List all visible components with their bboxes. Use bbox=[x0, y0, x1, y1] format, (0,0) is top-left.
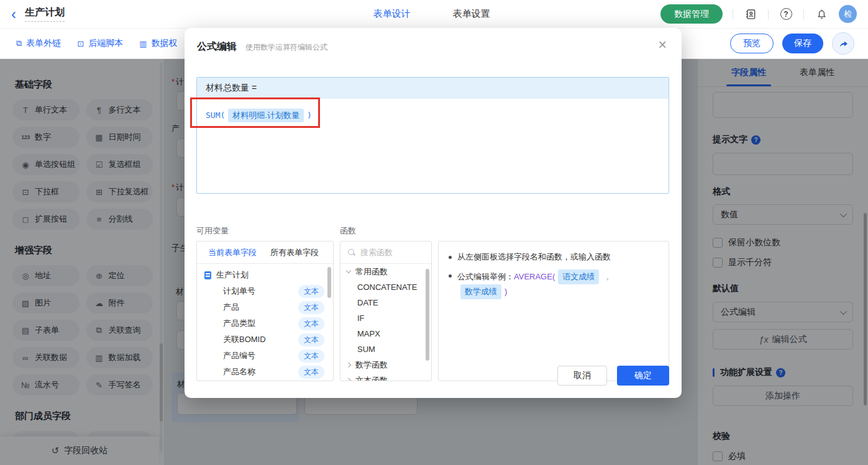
modal-subtitle: 使用数学运算符编辑公式 bbox=[245, 42, 327, 53]
divider bbox=[733, 9, 733, 19]
function-search-input[interactable] bbox=[360, 248, 424, 257]
formula-field-token[interactable]: 材料明细.计划数量 bbox=[228, 109, 304, 122]
toolbar-actions: 预览 保存 bbox=[730, 32, 854, 55]
bullet-icon bbox=[449, 256, 452, 259]
variables-tree: 生产计划 计划单号文本 产品文本 产品类型文本 关联BOMID文本 产品编号文本… bbox=[197, 264, 333, 381]
header-tabs: 表单设计 表单设置 bbox=[373, 8, 490, 20]
preview-button[interactable]: 预览 bbox=[730, 34, 774, 53]
divider bbox=[803, 9, 804, 19]
tree-root-form[interactable]: 生产计划 bbox=[197, 267, 333, 283]
help-line-1: 从左侧面板选择字段名和函数，或输入函数 bbox=[449, 251, 659, 263]
function-item-date[interactable]: DATE bbox=[340, 295, 431, 310]
data-manage-button[interactable]: 数据管理 bbox=[660, 4, 723, 24]
notification-bell-icon[interactable] bbox=[814, 7, 829, 22]
tab-form-design[interactable]: 表单设计 bbox=[373, 8, 411, 20]
variable-row[interactable]: 产品编号文本 bbox=[197, 348, 333, 364]
help-example-comma: ， bbox=[603, 272, 611, 281]
cancel-button[interactable]: 取消 bbox=[557, 366, 607, 386]
tab-all-form-fields[interactable]: 所有表单字段 bbox=[270, 247, 319, 258]
formula-function-close: ) bbox=[307, 111, 312, 120]
help-example-token-1: 语文成绩 bbox=[558, 269, 599, 284]
type-tag: 文本 bbox=[298, 350, 324, 363]
variable-row[interactable]: 产品类型文本 bbox=[197, 315, 333, 332]
chevron-right-icon bbox=[346, 377, 351, 381]
help-icon[interactable]: ? bbox=[779, 7, 793, 22]
type-tag: 文本 bbox=[298, 317, 324, 330]
variables-tabs: 当前表单字段 所有表单字段 bbox=[197, 242, 333, 264]
script-icon: ⊡ bbox=[77, 39, 84, 48]
close-icon[interactable]: × bbox=[659, 38, 667, 52]
chevron-down-icon bbox=[346, 268, 351, 273]
variable-row[interactable]: 文本 bbox=[197, 380, 333, 381]
function-item-if[interactable]: IF bbox=[340, 310, 431, 326]
type-tag: 文本 bbox=[298, 366, 324, 379]
variables-panel: 当前表单字段 所有表单字段 生产计划 计划单号文本 产品文本 产品类型文本 关联… bbox=[196, 241, 334, 381]
variable-row[interactable]: 关联BOMID文本 bbox=[197, 332, 333, 348]
share-button[interactable] bbox=[832, 32, 854, 55]
back-icon[interactable]: ‹ bbox=[11, 7, 16, 22]
formula-target: 材料总数量 = bbox=[197, 78, 669, 99]
formula-function-open: SUM( bbox=[206, 111, 225, 120]
toolbar-link-external[interactable]: ⧉表单外链 bbox=[16, 38, 61, 49]
variable-row[interactable]: 产品名称文本 bbox=[197, 364, 333, 380]
variable-row[interactable]: 产品文本 bbox=[197, 299, 333, 315]
help-line-2: 公式编辑举例：AVERAGE(语文成绩，数学成绩) bbox=[449, 269, 659, 299]
save-button[interactable]: 保存 bbox=[782, 34, 823, 53]
app-root: ‹ 生产计划 表单设计 表单设置 数据管理 ? bbox=[0, 0, 868, 465]
type-tag: 文本 bbox=[298, 333, 324, 346]
link-icon: ⧉ bbox=[16, 38, 22, 48]
form-title[interactable]: 生产计划 bbox=[25, 6, 65, 22]
header-actions: 数据管理 ? 检 bbox=[660, 4, 857, 24]
variables-scrollbar-thumb[interactable] bbox=[327, 267, 331, 298]
modal-title: 公式编辑 bbox=[197, 40, 237, 53]
function-group-math[interactable]: 数学函数 bbox=[340, 357, 431, 372]
functions-panel: 常用函数 CONCATENATE DATE IF MAPX SUM 数学函数 文… bbox=[340, 241, 432, 381]
tab-form-settings[interactable]: 表单设置 bbox=[453, 8, 490, 20]
form-doc-icon bbox=[204, 271, 211, 279]
function-group-common[interactable]: 常用函数 bbox=[340, 264, 431, 279]
contacts-icon[interactable] bbox=[743, 7, 758, 22]
function-item-mapx[interactable]: MAPX bbox=[340, 326, 431, 341]
search-icon bbox=[348, 249, 355, 256]
formula-expression[interactable]: SUM(材料明细.计划数量) bbox=[197, 99, 669, 132]
function-search bbox=[340, 242, 431, 264]
help-example-function-open: AVERAGE( bbox=[514, 272, 555, 281]
formula-editor[interactable]: 材料总数量 = SUM(材料明细.计划数量) bbox=[196, 77, 669, 194]
formula-help-panel: 从左侧面板选择字段名和函数，或输入函数 公式编辑举例：AVERAGE(语文成绩，… bbox=[438, 241, 669, 381]
function-group-text[interactable]: 文本函数 bbox=[340, 372, 431, 381]
chevron-right-icon bbox=[346, 362, 351, 367]
permission-icon: ▥ bbox=[139, 39, 147, 48]
divider bbox=[768, 9, 769, 19]
modal-footer: 取消 确定 bbox=[557, 366, 669, 386]
confirm-button[interactable]: 确定 bbox=[617, 366, 669, 386]
tab-current-form-fields[interactable]: 当前表单字段 bbox=[208, 247, 257, 258]
help-example-token-2: 数学成绩 bbox=[460, 284, 501, 299]
functions-label: 函数 bbox=[340, 225, 356, 237]
variable-row[interactable]: 计划单号文本 bbox=[197, 283, 333, 299]
type-tag: 文本 bbox=[298, 285, 324, 298]
help-example-function-close: ) bbox=[505, 287, 507, 296]
type-tag: 文本 bbox=[298, 301, 324, 314]
top-header-bar: ‹ 生产计划 表单设计 表单设置 数据管理 ? bbox=[0, 0, 868, 29]
toolbar-link-backend-script[interactable]: ⊡后端脚本 bbox=[77, 38, 123, 49]
variables-label: 可用变量 bbox=[196, 225, 229, 237]
help-example-prefix: 公式编辑举例： bbox=[457, 272, 514, 281]
formula-edit-modal: 公式编辑 使用数学运算符编辑公式 × 材料总数量 = SUM(材料明细.计划数量… bbox=[185, 28, 682, 398]
functions-scrollbar-thumb[interactable] bbox=[426, 269, 429, 361]
modal-header: 公式编辑 使用数学运算符编辑公式 × bbox=[185, 28, 682, 60]
toolbar-link-data-permission[interactable]: ▥数据权 bbox=[139, 38, 177, 49]
function-item-sum[interactable]: SUM bbox=[340, 341, 431, 357]
bullet-icon bbox=[449, 274, 452, 278]
avatar[interactable]: 检 bbox=[839, 5, 857, 23]
function-item-concatenate[interactable]: CONCATENATE bbox=[340, 279, 431, 295]
